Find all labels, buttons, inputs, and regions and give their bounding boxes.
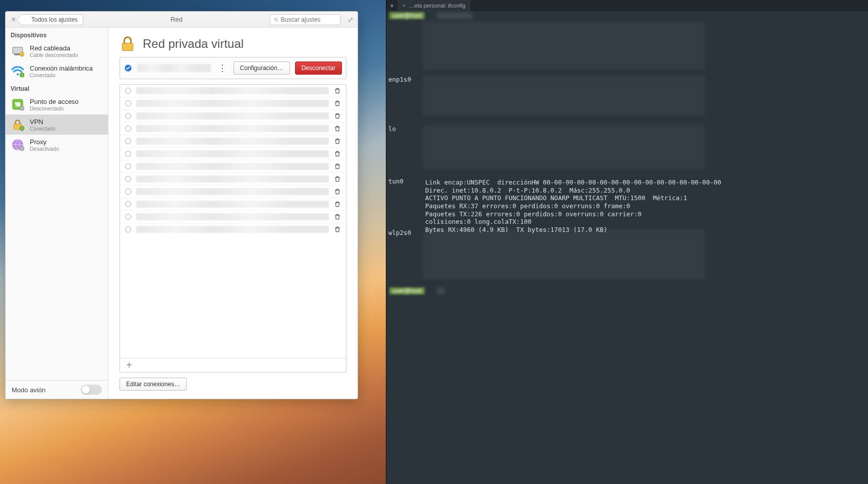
radio-icon[interactable] [125, 113, 131, 119]
iface-tun0: tun0 [388, 177, 403, 185]
radio-icon[interactable] [125, 201, 131, 207]
sidebar-item-sub: Conectado [30, 126, 55, 132]
vpn-name-redacted [136, 188, 329, 195]
trash-icon[interactable] [334, 226, 341, 233]
sidebar: Dispositivos ! Red cableada Cable descon… [6, 28, 108, 399]
sidebar-item-sub: Cable desconectado [30, 52, 78, 58]
sidebar-item-sub: Desconectado [30, 105, 79, 111]
active-vpn-name-redacted [137, 64, 211, 72]
close-tab-icon[interactable]: × [402, 3, 406, 9]
terminal-redacted [437, 13, 472, 19]
svg-point-9 [20, 106, 24, 110]
vpn-list-row[interactable] [120, 148, 346, 160]
search-input[interactable] [281, 16, 337, 23]
sidebar-item-label: VPN [30, 118, 55, 126]
configure-button-label: Configuración… [240, 65, 283, 72]
vpn-list-row[interactable] [120, 198, 346, 211]
hotspot-icon [11, 97, 25, 111]
radio-icon[interactable] [125, 138, 131, 144]
vpn-name-redacted [136, 175, 329, 183]
radio-icon[interactable] [125, 100, 131, 106]
vpn-list: + [120, 84, 346, 373]
terminal-tab[interactable]: × …eta personal: ifconfig [397, 0, 471, 11]
sidebar-item-label: Proxy [30, 138, 59, 146]
settings-window: × Todos los ajustes Red ⤢ Dispositivos !… [5, 11, 358, 399]
wifi-icon [11, 64, 25, 78]
breadcrumb-all-settings[interactable]: Todos los ajustes [21, 14, 83, 25]
airplane-mode-toggle[interactable] [81, 385, 102, 395]
vpn-list-row[interactable] [120, 110, 346, 123]
add-vpn-button[interactable]: + [123, 359, 135, 371]
vpn-name-redacted [136, 150, 329, 157]
radio-icon[interactable] [125, 126, 131, 132]
vpn-list-row[interactable] [120, 123, 346, 135]
lock-large-icon [120, 36, 136, 52]
radio-icon[interactable] [125, 151, 131, 157]
sidebar-item-proxy[interactable]: Proxy Desactivado [6, 135, 108, 155]
terminal-new-tab-button[interactable]: + [386, 2, 397, 10]
vpn-list-row[interactable] [120, 211, 346, 223]
vpn-list-row[interactable] [120, 97, 346, 110]
trash-icon[interactable] [334, 112, 341, 119]
disconnect-button-label: Desconectar [302, 65, 335, 72]
sidebar-item-hotspot[interactable]: Punto de acceso Desconectado [6, 94, 108, 114]
radio-icon[interactable] [125, 163, 131, 169]
search-box[interactable] [270, 14, 340, 25]
trash-icon[interactable] [334, 100, 341, 107]
terminal-redacted [423, 76, 705, 116]
radio-icon[interactable] [125, 88, 131, 94]
radio-icon[interactable] [125, 176, 131, 182]
trash-icon[interactable] [334, 175, 341, 183]
kebab-menu-icon[interactable]: ⋮ [216, 60, 228, 76]
sidebar-item-sub: Conectado [30, 72, 93, 78]
trash-icon[interactable] [334, 87, 341, 94]
vpn-name-redacted [136, 213, 329, 220]
sidebar-section-devices: Dispositivos [6, 28, 108, 41]
tun0-output: Link encap:UNSPEC direcciónHW 00-00-00-0… [421, 175, 734, 236]
trash-icon[interactable] [334, 188, 341, 195]
search-icon [273, 17, 279, 23]
configure-button[interactable]: Configuración… [234, 62, 290, 75]
svg-line-1 [277, 20, 278, 21]
terminal-redacted [423, 21, 705, 70]
trash-icon[interactable] [334, 138, 341, 145]
radio-icon[interactable] [125, 226, 131, 232]
vpn-list-row[interactable] [120, 173, 346, 186]
globe-icon [11, 138, 25, 152]
vpn-list-row[interactable] [120, 85, 346, 97]
sidebar-section-virtual: Virtual [6, 81, 108, 94]
disconnect-button[interactable]: Desconectar [295, 62, 342, 75]
sidebar-item-wifi[interactable]: Conexión inalámbrica Conectado [6, 61, 108, 81]
iface-lo: lo [388, 125, 396, 133]
iface-wlp2s0: wlp2s0 [388, 229, 411, 236]
radio-icon[interactable] [125, 189, 131, 195]
vpn-list-row[interactable] [120, 160, 346, 173]
vpn-name-redacted [136, 201, 329, 208]
trash-icon[interactable] [334, 213, 341, 220]
trash-icon[interactable] [334, 125, 341, 132]
sidebar-item-sub: Desactivado [30, 146, 59, 152]
terminal-redacted [423, 125, 705, 169]
svg-point-7 [20, 73, 24, 77]
sidebar-item-wired[interactable]: ! Red cableada Cable desconectado [6, 41, 108, 61]
radio-icon[interactable] [125, 214, 131, 220]
trash-icon[interactable] [334, 201, 341, 208]
iface-enp1s0: enp1s0 [388, 76, 411, 83]
window-title: Red [86, 16, 267, 23]
sidebar-item-vpn[interactable]: VPN Conectado [6, 114, 108, 135]
vpn-list-row[interactable] [120, 186, 346, 198]
maximize-icon[interactable]: ⤢ [348, 16, 354, 24]
trash-icon[interactable] [334, 150, 341, 157]
vpn-list-row[interactable] [120, 135, 346, 148]
edit-connections-button[interactable]: Editar conexiones… [120, 378, 187, 391]
breadcrumb-label: Todos los ajustes [31, 16, 78, 23]
trash-icon[interactable] [334, 163, 341, 170]
vpn-list-row[interactable] [120, 223, 346, 235]
titlebar: × Todos los ajustes Red ⤢ [6, 12, 358, 28]
terminal-prompt-redacted: user@host [389, 12, 425, 19]
airplane-mode-row: Modo avión [6, 380, 108, 399]
svg-point-6 [17, 73, 19, 75]
terminal-tab-bar: + × …eta personal: ifconfig [386, 0, 868, 11]
check-icon [124, 64, 132, 72]
vpn-name-redacted [136, 112, 329, 119]
